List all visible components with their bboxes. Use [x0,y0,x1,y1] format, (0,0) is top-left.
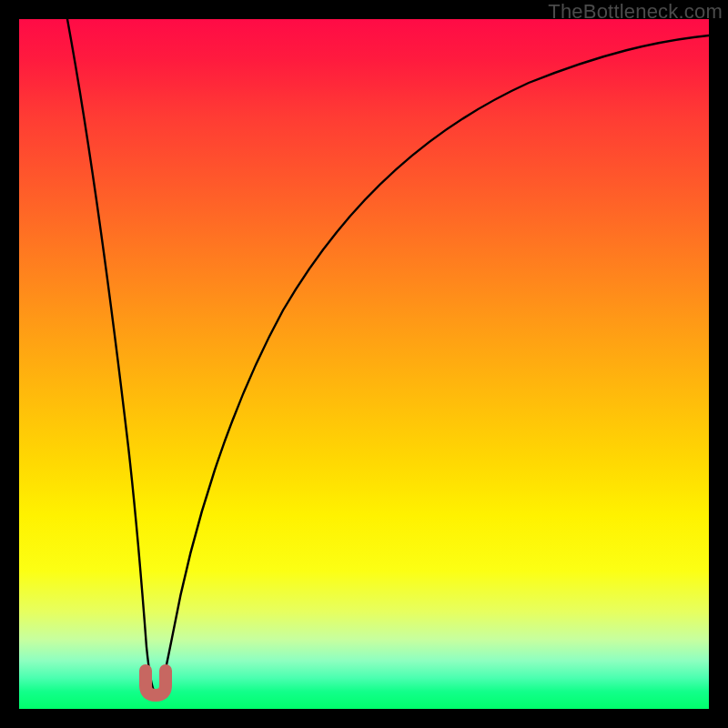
chart-frame: TheBottleneck.com [0,0,728,728]
curve-layer [19,19,709,709]
bottleneck-curve [67,19,709,694]
watermark-text: TheBottleneck.com [548,0,723,24]
plot-area [19,19,709,709]
minimum-marker [146,671,166,695]
